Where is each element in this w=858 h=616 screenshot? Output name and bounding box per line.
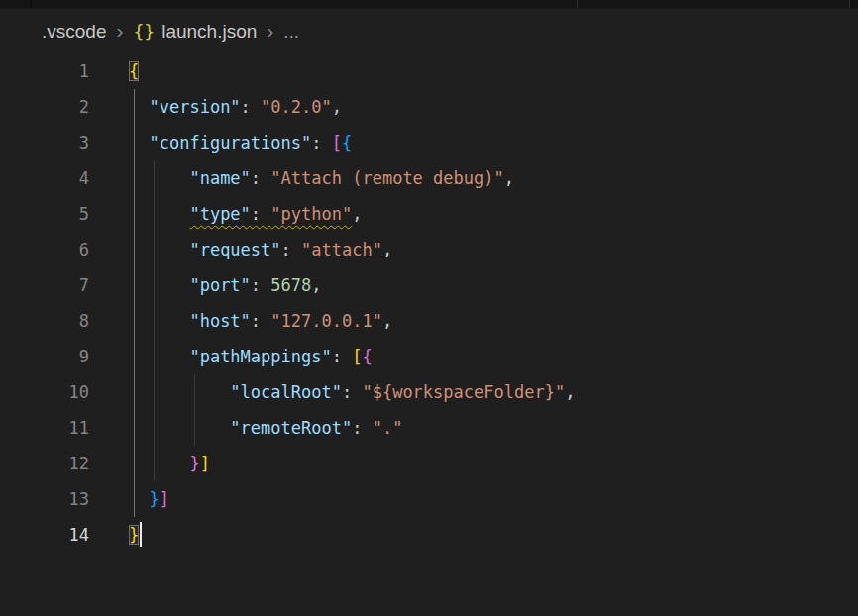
token: : <box>251 204 270 224</box>
code-line[interactable]: 4 "name": "Attach (remote debug)", <box>0 160 858 196</box>
token: "configurations" <box>149 133 311 153</box>
line-code[interactable]: "request": "attach", <box>129 232 858 267</box>
breadcrumb-item-vscode-folder[interactable]: .vscode <box>42 21 106 43</box>
chevron-right-icon: › <box>267 20 273 41</box>
token: } <box>129 525 139 545</box>
line-code[interactable]: "localRoot": "${workspaceFolder}", <box>129 374 858 410</box>
token: "localRoot" <box>230 382 342 402</box>
chevron-right-icon: › <box>116 20 123 41</box>
token: , <box>382 240 392 259</box>
line-number[interactable]: 5 <box>0 204 129 224</box>
code-line[interactable]: 7 "port": 5678, <box>0 267 858 303</box>
indentation <box>129 133 149 153</box>
code-line[interactable]: 14} <box>0 517 858 553</box>
token: [ <box>332 133 342 153</box>
code-line[interactable]: 13 }] <box>0 481 858 517</box>
token: , <box>332 97 342 117</box>
line-number[interactable]: 11 <box>0 418 129 438</box>
indent-guide <box>154 267 155 303</box>
line-number[interactable]: 2 <box>0 97 129 117</box>
code-line[interactable]: 9 "pathMappings": [{ <box>0 339 858 374</box>
token: "0.2.0" <box>261 97 332 117</box>
line-number[interactable]: 1 <box>0 61 129 81</box>
line-code[interactable]: "port": 5678, <box>129 267 858 303</box>
indent-guide <box>134 481 135 517</box>
indentation <box>129 489 149 509</box>
editor[interactable]: 1{2 "version": "0.2.0",3 "configurations… <box>0 53 858 553</box>
indentation <box>129 97 149 117</box>
code-line[interactable]: 6 "request": "attach", <box>0 232 858 267</box>
line-number[interactable]: 3 <box>0 133 129 153</box>
token: "attach" <box>301 240 382 259</box>
code-line[interactable]: 10 "localRoot": "${workspaceFolder}", <box>0 374 858 410</box>
line-number[interactable]: 13 <box>0 489 129 509</box>
code-line[interactable]: 1{ <box>0 53 858 89</box>
indentation <box>129 418 230 438</box>
indent-guide <box>154 339 155 374</box>
code-line[interactable]: 2 "version": "0.2.0", <box>0 89 858 125</box>
token: "remoteRoot" <box>230 418 352 438</box>
indent-guide <box>134 196 135 232</box>
code-lines[interactable]: 1{2 "version": "0.2.0",3 "configurations… <box>0 53 858 553</box>
token: { <box>129 61 139 81</box>
line-code[interactable]: "version": "0.2.0", <box>129 89 858 125</box>
indentation <box>129 168 189 188</box>
code-line[interactable]: 12 }] <box>0 446 858 481</box>
token: , <box>311 275 321 295</box>
line-number[interactable]: 12 <box>0 454 129 473</box>
indentation <box>129 240 189 259</box>
indent-guide <box>134 446 135 481</box>
token: "127.0.0.1" <box>270 311 382 331</box>
line-code[interactable]: "type": "python", <box>129 196 858 232</box>
token: : <box>332 347 352 366</box>
breadcrumb-item-symbols[interactable]: ... <box>283 21 299 43</box>
token: : <box>251 275 270 295</box>
line-number[interactable]: 8 <box>0 311 129 331</box>
token: , <box>382 311 392 331</box>
token: ] <box>160 489 169 509</box>
line-code[interactable]: "name": "Attach (remote debug)", <box>129 160 858 196</box>
indent-guide <box>134 303 135 339</box>
indent-guide <box>134 125 135 160</box>
token: : <box>251 168 270 188</box>
token: "name" <box>189 168 250 188</box>
line-number[interactable]: 7 <box>0 275 129 295</box>
token: { <box>362 347 372 366</box>
indent-guide <box>154 232 155 267</box>
token: "python" <box>270 204 352 224</box>
indentation <box>129 204 189 224</box>
line-number[interactable]: 9 <box>0 347 129 366</box>
indent-guide <box>194 374 195 410</box>
tab-separator <box>30 0 32 8</box>
token: "." <box>373 418 403 438</box>
token: [ <box>352 347 362 366</box>
line-code[interactable]: "pathMappings": [{ <box>129 339 858 374</box>
code-line[interactable]: 11 "remoteRoot": "." <box>0 410 858 446</box>
line-code[interactable]: }] <box>129 481 858 517</box>
line-number[interactable]: 4 <box>0 168 129 188</box>
line-number[interactable]: 10 <box>0 382 129 402</box>
breadcrumb: .vscode › {}launch.json › ... <box>0 9 858 53</box>
breadcrumb-item-launch-json[interactable]: {}launch.json <box>133 21 257 43</box>
line-code[interactable]: }] <box>129 446 858 481</box>
line-code[interactable]: "remoteRoot": "." <box>129 410 858 446</box>
tab-bar-edge <box>0 0 858 9</box>
line-code[interactable]: "configurations": [{ <box>129 125 858 160</box>
tab-separator <box>577 0 578 8</box>
line-code[interactable]: "host": "127.0.0.1", <box>129 303 858 339</box>
indent-guide <box>154 446 155 481</box>
line-code[interactable]: } <box>129 517 858 553</box>
token: : <box>281 240 301 259</box>
line-code[interactable]: { <box>129 53 858 89</box>
token: "request" <box>189 240 280 259</box>
code-line[interactable]: 3 "configurations": [{ <box>0 125 858 160</box>
token: , <box>352 204 362 224</box>
code-line[interactable]: 5 "type": "python", <box>0 196 858 232</box>
json-file-icon: {} <box>133 21 155 42</box>
line-number[interactable]: 6 <box>0 240 129 259</box>
code-line[interactable]: 8 "host": "127.0.0.1", <box>0 303 858 339</box>
indentation <box>129 311 189 331</box>
line-number[interactable]: 14 <box>0 525 129 545</box>
breadcrumb-file-label: launch.json <box>161 21 257 42</box>
token: } <box>149 489 159 509</box>
